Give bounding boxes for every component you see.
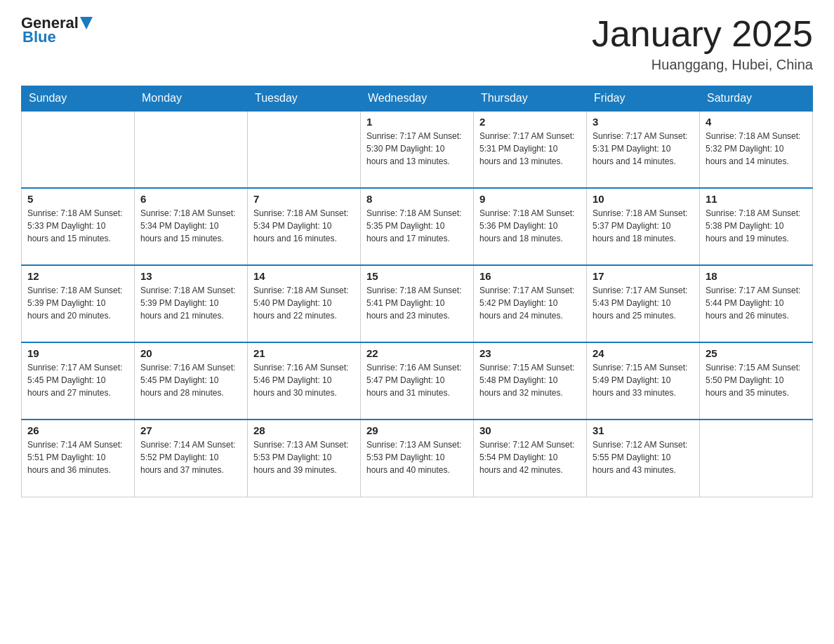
day-info: Sunrise: 7:18 AM Sunset: 5:37 PM Dayligh… <box>593 207 694 245</box>
day-info: Sunrise: 7:17 AM Sunset: 5:45 PM Dayligh… <box>27 361 128 399</box>
weekday-header-tuesday: Tuesday <box>248 86 361 112</box>
day-cell: 24Sunrise: 7:15 AM Sunset: 5:49 PM Dayli… <box>587 342 700 420</box>
day-info: Sunrise: 7:18 AM Sunset: 5:41 PM Dayligh… <box>366 284 468 322</box>
day-number: 14 <box>253 270 355 282</box>
day-number: 3 <box>593 116 694 128</box>
weekday-header-saturday: Saturday <box>700 86 813 112</box>
day-info: Sunrise: 7:13 AM Sunset: 5:53 PM Dayligh… <box>366 438 468 476</box>
day-number: 17 <box>593 270 694 282</box>
day-number: 23 <box>479 347 581 359</box>
day-info: Sunrise: 7:18 AM Sunset: 5:34 PM Dayligh… <box>140 207 241 245</box>
day-info: Sunrise: 7:12 AM Sunset: 5:55 PM Dayligh… <box>593 438 694 476</box>
day-info: Sunrise: 7:18 AM Sunset: 5:32 PM Dayligh… <box>706 130 807 168</box>
day-info: Sunrise: 7:17 AM Sunset: 5:30 PM Dayligh… <box>366 130 468 168</box>
day-number: 21 <box>253 347 355 359</box>
day-info: Sunrise: 7:17 AM Sunset: 5:42 PM Dayligh… <box>479 284 581 322</box>
weekday-header-friday: Friday <box>587 86 700 112</box>
day-number: 4 <box>706 116 807 128</box>
day-cell: 26Sunrise: 7:14 AM Sunset: 5:51 PM Dayli… <box>22 420 135 497</box>
location-title: Huanggang, Hubei, China <box>592 57 813 73</box>
day-cell: 4Sunrise: 7:18 AM Sunset: 5:32 PM Daylig… <box>700 111 813 188</box>
day-info: Sunrise: 7:17 AM Sunset: 5:31 PM Dayligh… <box>479 130 581 168</box>
day-info: Sunrise: 7:18 AM Sunset: 5:40 PM Dayligh… <box>253 284 355 322</box>
day-number: 6 <box>140 193 241 205</box>
day-cell: 23Sunrise: 7:15 AM Sunset: 5:48 PM Dayli… <box>474 342 587 420</box>
day-number: 19 <box>27 347 128 359</box>
day-info: Sunrise: 7:17 AM Sunset: 5:31 PM Dayligh… <box>593 130 694 168</box>
day-number: 31 <box>593 424 694 436</box>
day-info: Sunrise: 7:14 AM Sunset: 5:51 PM Dayligh… <box>27 438 128 476</box>
day-number: 7 <box>253 193 355 205</box>
day-cell: 15Sunrise: 7:18 AM Sunset: 5:41 PM Dayli… <box>361 265 474 342</box>
day-number: 29 <box>366 424 468 436</box>
day-info: Sunrise: 7:16 AM Sunset: 5:46 PM Dayligh… <box>253 361 355 399</box>
day-cell: 28Sunrise: 7:13 AM Sunset: 5:53 PM Dayli… <box>248 420 361 497</box>
logo: General Blue <box>21 14 93 46</box>
day-number: 5 <box>27 193 128 205</box>
day-cell: 30Sunrise: 7:12 AM Sunset: 5:54 PM Dayli… <box>474 420 587 497</box>
day-cell: 20Sunrise: 7:16 AM Sunset: 5:45 PM Dayli… <box>135 342 248 420</box>
day-cell: 5Sunrise: 7:18 AM Sunset: 5:33 PM Daylig… <box>22 188 135 265</box>
day-number: 30 <box>479 424 581 436</box>
day-cell <box>248 111 361 188</box>
day-info: Sunrise: 7:15 AM Sunset: 5:48 PM Dayligh… <box>479 361 581 399</box>
weekday-header-sunday: Sunday <box>22 86 135 112</box>
day-cell: 12Sunrise: 7:18 AM Sunset: 5:39 PM Dayli… <box>22 265 135 342</box>
day-cell: 3Sunrise: 7:17 AM Sunset: 5:31 PM Daylig… <box>587 111 700 188</box>
month-title: January 2025 <box>592 14 813 54</box>
day-info: Sunrise: 7:14 AM Sunset: 5:52 PM Dayligh… <box>140 438 241 476</box>
day-cell: 31Sunrise: 7:12 AM Sunset: 5:55 PM Dayli… <box>587 420 700 497</box>
day-number: 16 <box>479 270 581 282</box>
day-info: Sunrise: 7:18 AM Sunset: 5:34 PM Dayligh… <box>253 207 355 245</box>
day-cell: 27Sunrise: 7:14 AM Sunset: 5:52 PM Dayli… <box>135 420 248 497</box>
day-cell: 2Sunrise: 7:17 AM Sunset: 5:31 PM Daylig… <box>474 111 587 188</box>
day-cell: 10Sunrise: 7:18 AM Sunset: 5:37 PM Dayli… <box>587 188 700 265</box>
calendar-table: SundayMondayTuesdayWednesdayThursdayFrid… <box>21 86 813 497</box>
day-number: 9 <box>479 193 581 205</box>
week-row-2: 5Sunrise: 7:18 AM Sunset: 5:33 PM Daylig… <box>22 188 813 265</box>
day-cell <box>22 111 135 188</box>
week-row-5: 26Sunrise: 7:14 AM Sunset: 5:51 PM Dayli… <box>22 420 813 497</box>
day-number: 22 <box>366 347 468 359</box>
day-cell: 14Sunrise: 7:18 AM Sunset: 5:40 PM Dayli… <box>248 265 361 342</box>
day-cell: 29Sunrise: 7:13 AM Sunset: 5:53 PM Dayli… <box>361 420 474 497</box>
day-number: 12 <box>27 270 128 282</box>
day-cell: 17Sunrise: 7:17 AM Sunset: 5:43 PM Dayli… <box>587 265 700 342</box>
week-row-3: 12Sunrise: 7:18 AM Sunset: 5:39 PM Dayli… <box>22 265 813 342</box>
day-cell: 19Sunrise: 7:17 AM Sunset: 5:45 PM Dayli… <box>22 342 135 420</box>
day-info: Sunrise: 7:12 AM Sunset: 5:54 PM Dayligh… <box>479 438 581 476</box>
day-number: 2 <box>479 116 581 128</box>
day-cell: 9Sunrise: 7:18 AM Sunset: 5:36 PM Daylig… <box>474 188 587 265</box>
week-row-4: 19Sunrise: 7:17 AM Sunset: 5:45 PM Dayli… <box>22 342 813 420</box>
weekday-header-row: SundayMondayTuesdayWednesdayThursdayFrid… <box>22 86 813 112</box>
day-cell: 1Sunrise: 7:17 AM Sunset: 5:30 PM Daylig… <box>361 111 474 188</box>
logo-blue-text: Blue <box>22 28 93 46</box>
day-cell: 11Sunrise: 7:18 AM Sunset: 5:38 PM Dayli… <box>700 188 813 265</box>
day-number: 15 <box>366 270 468 282</box>
day-cell: 16Sunrise: 7:17 AM Sunset: 5:42 PM Dayli… <box>474 265 587 342</box>
day-info: Sunrise: 7:18 AM Sunset: 5:35 PM Dayligh… <box>366 207 468 245</box>
day-number: 8 <box>366 193 468 205</box>
day-info: Sunrise: 7:17 AM Sunset: 5:44 PM Dayligh… <box>706 284 807 322</box>
day-cell: 13Sunrise: 7:18 AM Sunset: 5:39 PM Dayli… <box>135 265 248 342</box>
weekday-header-monday: Monday <box>135 86 248 112</box>
day-number: 28 <box>253 424 355 436</box>
day-cell: 25Sunrise: 7:15 AM Sunset: 5:50 PM Dayli… <box>700 342 813 420</box>
weekday-header-wednesday: Wednesday <box>361 86 474 112</box>
title-area: January 2025 Huanggang, Hubei, China <box>592 14 813 73</box>
day-number: 24 <box>593 347 694 359</box>
day-info: Sunrise: 7:17 AM Sunset: 5:43 PM Dayligh… <box>593 284 694 322</box>
day-info: Sunrise: 7:18 AM Sunset: 5:38 PM Dayligh… <box>706 207 807 245</box>
weekday-header-thursday: Thursday <box>474 86 587 112</box>
day-number: 27 <box>140 424 241 436</box>
week-row-1: 1Sunrise: 7:17 AM Sunset: 5:30 PM Daylig… <box>22 111 813 188</box>
day-info: Sunrise: 7:15 AM Sunset: 5:50 PM Dayligh… <box>706 361 807 399</box>
day-cell: 18Sunrise: 7:17 AM Sunset: 5:44 PM Dayli… <box>700 265 813 342</box>
day-number: 20 <box>140 347 241 359</box>
day-number: 25 <box>706 347 807 359</box>
day-cell <box>135 111 248 188</box>
day-info: Sunrise: 7:18 AM Sunset: 5:39 PM Dayligh… <box>140 284 241 322</box>
day-info: Sunrise: 7:16 AM Sunset: 5:45 PM Dayligh… <box>140 361 241 399</box>
day-cell: 8Sunrise: 7:18 AM Sunset: 5:35 PM Daylig… <box>361 188 474 265</box>
day-number: 13 <box>140 270 241 282</box>
